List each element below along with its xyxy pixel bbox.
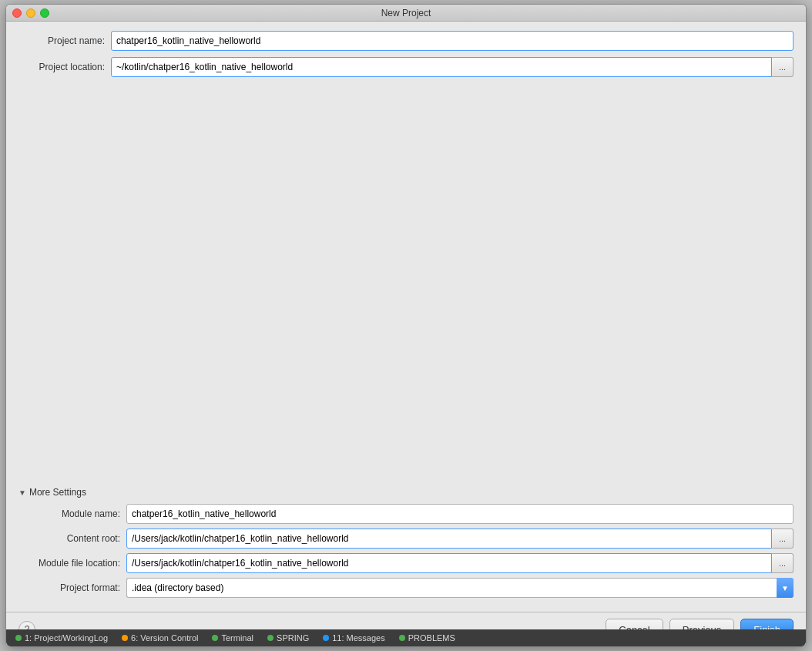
- project-name-row: Project name:: [18, 31, 794, 51]
- project-location-field-group: ...: [111, 57, 794, 77]
- taskbar-label-3: SPRING: [277, 633, 309, 643]
- module-name-label: Module name:: [18, 508, 126, 519]
- content-root-label: Content root:: [18, 533, 126, 544]
- content-spacer: [18, 83, 794, 487]
- taskbar-item-0[interactable]: 1: Project/WorkingLog: [9, 631, 114, 645]
- taskbar-item-1[interactable]: 6: Version Control: [116, 631, 204, 645]
- dialog-body: Project name: Project location: ... ▼ Mo…: [6, 22, 806, 612]
- module-file-location-label: Module file location:: [18, 558, 126, 569]
- taskbar-label-1: 6: Version Control: [131, 633, 198, 643]
- taskbar-dot-0: [15, 635, 22, 641]
- more-settings-section: ▼ More Settings Module name: Content roo…: [18, 487, 794, 602]
- project-name-input[interactable]: [111, 31, 794, 51]
- more-settings-label: More Settings: [29, 487, 86, 498]
- project-format-row: Project format: ▼: [18, 578, 794, 598]
- taskbar: 1: Project/WorkingLog 6: Version Control…: [6, 629, 806, 646]
- dialog-title: New Project: [381, 8, 431, 18]
- new-project-dialog: New Project Project name: Project locati…: [5, 4, 807, 647]
- taskbar-label-0: 1: Project/WorkingLog: [25, 633, 108, 643]
- module-name-row: Module name:: [18, 504, 794, 524]
- project-format-dropdown-button[interactable]: ▼: [777, 578, 794, 598]
- taskbar-dot-5: [399, 635, 405, 641]
- content-root-browse-button[interactable]: ...: [772, 529, 794, 549]
- module-file-location-browse-button[interactable]: ...: [772, 553, 794, 573]
- taskbar-dot-2: [212, 635, 218, 641]
- title-bar: New Project: [6, 5, 806, 22]
- taskbar-item-5[interactable]: PROBLEMS: [393, 631, 461, 645]
- project-location-row: Project location: ...: [18, 57, 794, 77]
- collapse-arrow-icon: ▼: [18, 488, 26, 497]
- maximize-button[interactable]: [40, 8, 49, 18]
- project-location-label: Project location:: [18, 62, 111, 72]
- content-root-input[interactable]: [126, 529, 772, 549]
- project-format-label: Project format:: [18, 582, 126, 593]
- module-file-location-row: Module file location: ...: [18, 553, 794, 573]
- taskbar-label-4: 11: Messages: [332, 633, 384, 643]
- taskbar-label-5: PROBLEMS: [408, 633, 455, 643]
- minimize-button[interactable]: [26, 8, 35, 18]
- close-button[interactable]: [12, 8, 22, 18]
- module-name-input[interactable]: [126, 504, 794, 524]
- window-controls: [12, 8, 49, 18]
- module-file-location-input[interactable]: [126, 553, 772, 573]
- taskbar-item-2[interactable]: Terminal: [206, 631, 260, 645]
- taskbar-item-4[interactable]: 11: Messages: [317, 631, 391, 645]
- project-location-input[interactable]: [111, 57, 772, 77]
- more-settings-content: Module name: Content root: ... Module fi…: [18, 504, 794, 598]
- project-format-input: [126, 578, 777, 598]
- module-file-location-field-group: ...: [126, 553, 794, 573]
- taskbar-dot-4: [323, 635, 329, 641]
- content-root-field-group: ...: [126, 529, 794, 549]
- project-name-label: Project name:: [18, 35, 111, 46]
- project-format-select-wrapper: ▼: [126, 578, 794, 598]
- taskbar-dot-1: [122, 635, 128, 641]
- content-root-row: Content root: ...: [18, 529, 794, 549]
- project-location-browse-button[interactable]: ...: [772, 57, 794, 77]
- more-settings-header[interactable]: ▼ More Settings: [18, 487, 794, 498]
- taskbar-label-2: Terminal: [221, 633, 253, 643]
- taskbar-item-3[interactable]: SPRING: [261, 631, 315, 645]
- taskbar-dot-3: [267, 635, 273, 641]
